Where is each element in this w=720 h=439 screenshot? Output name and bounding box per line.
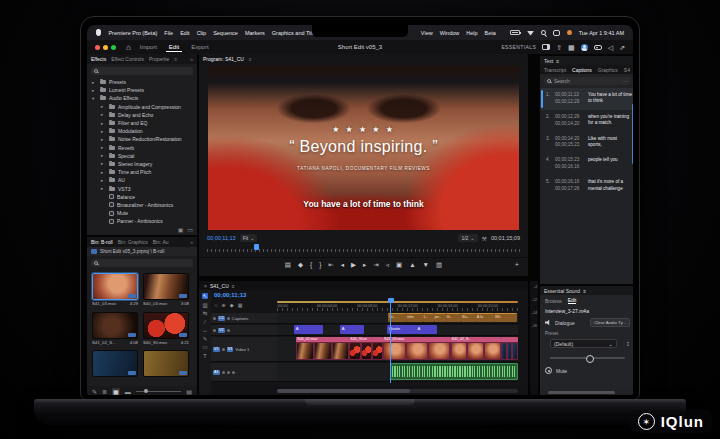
- minimize-window-button[interactable]: [103, 45, 108, 50]
- transport-button[interactable]: ◂: [341, 261, 344, 269]
- caption-clip[interactable]: Wh: [494, 313, 517, 322]
- effects-tree-item[interactable]: ▸ Noise Reduction/Restoration: [87, 135, 197, 143]
- essential-sound-tab[interactable]: Browse: [545, 298, 562, 304]
- caption-text[interactable]: You have a lot of time to think: [588, 92, 632, 106]
- menubar-item[interactable]: Beta: [485, 30, 496, 36]
- bin-breadcrumb[interactable]: Short Edit v05_3.prproj \ B-roll: [87, 247, 197, 256]
- track-output-icon[interactable]: [227, 329, 230, 332]
- timeline-tool[interactable]: ↔: [202, 327, 208, 333]
- spotlight-search-icon[interactable]: [541, 30, 546, 35]
- effects-tree-item[interactable]: Panner - Ambisonics: [87, 217, 197, 225]
- transport-button[interactable]: {: [310, 261, 312, 268]
- disclosure-arrow-icon[interactable]: ▸: [101, 121, 106, 126]
- menubar-item[interactable]: Window: [440, 30, 460, 36]
- caption-track-lane[interactable]: Yo..wheL..pe..th..Bu..A loWh: [277, 313, 518, 324]
- audio-clip[interactable]: [390, 363, 518, 380]
- caption-list-scrollbar[interactable]: [632, 104, 633, 164]
- text-panel-title[interactable]: Text: [544, 58, 553, 64]
- timeline-tool[interactable]: T: [203, 353, 206, 359]
- caption-clip[interactable]: whe: [406, 313, 423, 322]
- panel-menu-icon[interactable]: ≡: [249, 56, 252, 62]
- comments-icon[interactable]: [594, 45, 602, 50]
- essential-sound-tab[interactable]: Edit: [568, 297, 577, 304]
- workspaces-grid-icon[interactable]: ▦: [568, 44, 575, 51]
- caption-text[interactable]: Like with most sports,: [588, 136, 632, 150]
- effects-tree-item[interactable]: ▸ Special: [87, 152, 197, 160]
- disclosure-arrow-icon[interactable]: ▾: [92, 96, 97, 101]
- tab-overflow-icon[interactable]: »: [190, 239, 193, 245]
- caption-in-timecode[interactable]: 00;00;11;13: [555, 92, 579, 97]
- effects-tree-item[interactable]: ▸ Lumetri Presets: [87, 86, 197, 94]
- track-lock-icon[interactable]: [213, 317, 216, 320]
- v1-target-badge[interactable]: V1: [227, 347, 234, 352]
- caption-list-item[interactable]: 5. 00;00;16;16 00;00;17;26 that it's mor…: [540, 175, 633, 197]
- delete-icon[interactable]: ▭: [187, 226, 193, 233]
- video-clip[interactable]: S41_03.mov: [383, 337, 450, 360]
- effects-tree-item[interactable]: Balance: [87, 193, 197, 201]
- timeline-playhead[interactable]: [390, 303, 391, 383]
- search-options-icon[interactable]: ⋯: [623, 78, 628, 84]
- caption-out-timecode[interactable]: 00;00;17;26: [555, 186, 579, 191]
- caption-in-timecode[interactable]: 00;00;12;29: [555, 114, 579, 119]
- essential-sound-title[interactable]: Essential Sound: [544, 288, 580, 294]
- text-panel-tab[interactable]: Transcript: [544, 67, 566, 73]
- preset-amount-slider[interactable]: [550, 357, 625, 359]
- caption-clip[interactable]: Bu..: [461, 313, 475, 322]
- user-avatar-icon[interactable]: [581, 44, 588, 51]
- program-video-frame[interactable]: ★ ★ ★ ★ ★ “ Beyond inspiring. ” TATIANA …: [208, 66, 519, 230]
- caption-out-timecode[interactable]: 00;00;12;29: [555, 99, 579, 104]
- video-clip[interactable]: S40_90.m: [349, 337, 383, 360]
- caption-in-timecode[interactable]: 00;00;15;23: [555, 157, 579, 162]
- a1-source-badge[interactable]: A1: [213, 370, 220, 375]
- disclosure-arrow-icon[interactable]: ▸: [101, 137, 106, 142]
- voiceover-record-icon[interactable]: [232, 371, 235, 374]
- disclosure-arrow-icon[interactable]: ▸: [101, 153, 106, 158]
- transport-button[interactable]: ▥: [436, 261, 442, 269]
- list-view-icon[interactable]: ≣: [102, 388, 107, 395]
- graphics-clip[interactable]: A: [294, 325, 323, 334]
- bin-clip[interactable]: S40_03.mov 3:08: [143, 273, 189, 307]
- caption-clip[interactable]: th..: [446, 313, 462, 322]
- workspace-label[interactable]: ESSENTIALS: [501, 44, 536, 50]
- panel-menu-icon[interactable]: ≡: [556, 58, 559, 64]
- disclosure-arrow-icon[interactable]: ▸: [101, 145, 106, 150]
- effects-tree-item[interactable]: Mute: [87, 209, 197, 217]
- panel-menu-icon[interactable]: ≡: [232, 283, 235, 289]
- clip-thumbnail[interactable]: [143, 312, 189, 339]
- workspace-layout-icon[interactable]: [542, 44, 550, 50]
- effects-tree-item[interactable]: ▸ Stereo Imagery: [87, 160, 197, 168]
- bin-panel-tab[interactable]: Bin: Graphics: [118, 239, 148, 245]
- a1-track-header[interactable]: A1: [211, 363, 277, 382]
- a1-track-lane[interactable]: [277, 363, 518, 382]
- timeline-tool[interactable]: ▭: [202, 344, 207, 350]
- track-lock-icon[interactable]: [213, 329, 216, 332]
- transport-button[interactable]: ⇥: [373, 261, 378, 269]
- menubar-item[interactable]: Sequence: [213, 30, 238, 36]
- transport-button[interactable]: ▲: [409, 261, 415, 268]
- header-mode-tab[interactable]: Export: [188, 43, 211, 52]
- effects-tree-item[interactable]: Binauralizer - Ambisonics: [87, 201, 197, 209]
- new-custom-bin-icon[interactable]: ▣: [178, 226, 184, 233]
- text-panel-tab[interactable]: Graphics: [598, 67, 618, 73]
- timeline-tool[interactable]: ↖: [202, 293, 209, 299]
- bin-clip[interactable]: [92, 350, 138, 379]
- timeline-tool[interactable]: ⇆: [203, 310, 208, 316]
- transport-button[interactable]: ▸: [363, 261, 366, 269]
- transport-button[interactable]: ▶: [351, 261, 356, 269]
- v1-source-badge[interactable]: V1: [213, 347, 220, 352]
- disclosure-arrow-icon[interactable]: ▸: [101, 170, 106, 175]
- caption-clip[interactable]: L..: [423, 313, 434, 322]
- disclosure-arrow-icon[interactable]: ▸: [101, 186, 106, 191]
- menubar-item[interactable]: View: [421, 30, 433, 36]
- settings-wrench-icon[interactable]: ⚒: [482, 235, 487, 242]
- effects-tree-item[interactable]: ▸ Filter and EQ: [87, 119, 197, 127]
- timeline-ruler[interactable]: ;00;0000;00;04;0000;00;08;0000;00;12;000…: [277, 300, 518, 311]
- clip-thumbnail[interactable]: [92, 273, 138, 300]
- effects-panel-tab[interactable]: Propertie: [149, 56, 169, 62]
- disclosure-arrow-icon[interactable]: ▸: [92, 88, 97, 93]
- caption-out-timecode[interactable]: 00;00;15;23: [555, 142, 579, 147]
- video-clip[interactable]: S40_02.mov: [296, 337, 349, 360]
- disclosure-arrow-icon[interactable]: ▸: [101, 161, 106, 166]
- graphics-clip[interactable]: A: [416, 325, 438, 334]
- panel-menu-icon[interactable]: ≡: [174, 56, 177, 62]
